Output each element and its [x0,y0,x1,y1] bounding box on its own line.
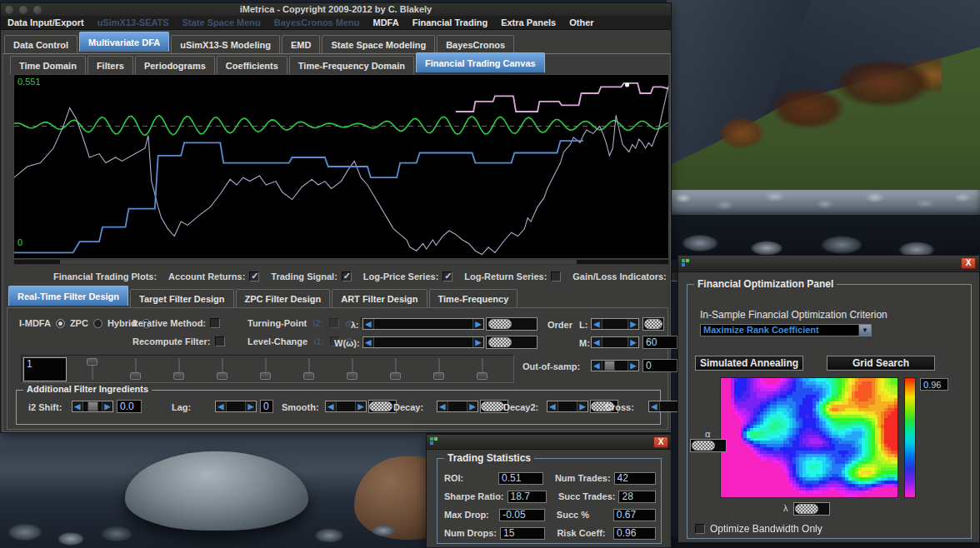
order-l-scrollbar[interactable]: ◀▶ [591,318,639,330]
bank-slider-10[interactable] [477,358,488,380]
bank-slider-3[interactable] [173,358,185,380]
plot-checkbox[interactable] [249,272,259,281]
recompute-filter-checkbox[interactable] [215,336,225,346]
bank-slider-2[interactable] [130,358,142,380]
ingredient-knob-slot[interactable] [368,400,397,413]
w-omega-scrollbar[interactable]: ◀▶ [362,336,484,348]
order-l-knob-slot[interactable] [642,317,664,331]
bank-slider-knob[interactable] [347,372,358,380]
subtab-time-frequency-domain[interactable]: Time-Frequency Domain [289,56,414,74]
ingredient-scrollbar[interactable]: ◀▶ [547,401,588,412]
subtab-coefficients[interactable]: Coefficients [217,56,288,74]
bank-slider-knob[interactable] [173,372,184,380]
subtab-financial-trading-canvas[interactable]: Financial Trading Canvas [416,52,545,72]
stat-value: 0.67 [613,509,656,521]
tab-state-space-modeling[interactable]: State Space Modeling [322,35,435,53]
menu-data-input-export[interactable]: Data Input/Export [1,17,91,27]
mode-radio-zpc[interactable] [93,319,102,328]
stat-label: Sharpe Ratio: [444,491,504,501]
menu-financial-trading[interactable]: Financial Trading [406,17,494,27]
subtab-filters[interactable]: Filters [88,56,133,74]
optimization-heatmap[interactable] [720,377,898,498]
lambda-scrollbar[interactable]: ◀▶ [362,318,484,330]
filter-tab-real-time-filter-design[interactable]: Real-Time Filter Design [8,286,128,306]
bank-slider-knob[interactable] [217,372,228,380]
w-omega-knob[interactable] [488,337,512,347]
window-button-2[interactable] [19,6,28,14]
bank-slider-6[interactable] [303,358,315,380]
lambda-slider-slot[interactable] [793,502,830,516]
lambda-knob[interactable] [488,319,512,329]
ingredient-knob[interactable] [481,401,504,411]
lambda2-knob[interactable] [795,504,818,514]
bank-slider-knob[interactable] [303,372,314,380]
bank-slider-knob[interactable] [260,372,271,380]
bank-slider-9[interactable] [433,358,445,380]
out-of-sample-scrollbar[interactable]: ◀▶ [591,360,639,371]
stats-close-icon[interactable]: X [653,436,668,448]
filter-tab-target-filter-design[interactable]: Target Filter Design [130,289,233,307]
bandwidth-only-label: Optimize Bandwidth Only [710,523,822,535]
tab-multivariate-dfa[interactable]: Multivariate DFA [79,32,169,52]
simulated-annealing-button[interactable]: Simulated Annealing [695,356,803,371]
bank-slider-knob[interactable] [390,372,401,380]
order-m-field[interactable]: 60 [642,336,678,349]
subtab-periodograms[interactable]: Periodograms [135,56,215,74]
colorbar-max-field[interactable]: 0.96 [920,378,948,391]
plot-checkbox[interactable] [342,272,352,281]
ingredient-scrollbar[interactable]: ◀▶ [215,401,257,412]
bank-slider-4[interactable] [217,358,228,380]
bank-slider-8[interactable] [390,358,402,380]
filter-tab-time-frequency[interactable]: Time-Frequency [429,289,518,307]
ingredient-scrollbar[interactable]: ◀▶ [72,401,113,412]
subtab-time-domain[interactable]: Time Domain [10,56,86,74]
bank-slider-knob[interactable] [433,372,444,380]
window-button-1[interactable] [5,6,13,14]
tab-data-control[interactable]: Data Control [4,35,78,53]
chevron-down-icon[interactable]: ▼ [858,325,871,336]
filter-tab-art-filter-design[interactable]: ART Filter Design [332,289,427,307]
bank-slider-5[interactable] [260,358,272,380]
chart-scrollbar-thumb[interactable] [60,260,577,264]
plot-checkbox[interactable] [551,272,561,281]
autumn-trees-graphic [717,58,942,167]
tab-emd[interactable]: EMD [282,35,320,53]
tab-usimx13-s-modeling[interactable]: uSimX13-S Modeling [171,35,280,53]
bandwidth-only-checkbox[interactable] [695,524,705,534]
ingredient-scrollbar[interactable]: ◀▶ [325,401,367,412]
criterion-dropdown[interactable]: Maximize Rank Coefficient ▼ [700,324,872,336]
bank-slider-knob[interactable] [87,358,98,366]
order-l-knob[interactable] [644,319,662,329]
order-m-scrollbar[interactable]: ◀▶ [591,336,639,348]
menu-extra-panels[interactable]: Extra Panels [494,17,562,27]
out-of-sample-field[interactable]: 0 [642,359,678,372]
bank-slider-knob[interactable] [130,372,141,380]
alpha-knob[interactable] [692,441,715,451]
tab-bayescronos[interactable]: BayesCronos [437,35,514,53]
ingredient-scrollbar[interactable]: ◀▶ [437,401,478,412]
bank-slider-1[interactable] [87,358,98,380]
bank-slider-7[interactable] [347,358,358,380]
plot-checkbox[interactable] [442,272,452,281]
menu-other[interactable]: Other [562,17,600,27]
window-button-3[interactable] [33,6,42,14]
stats-titlebar[interactable]: X [427,435,671,450]
lambda-knob-slot[interactable] [486,317,538,331]
menu-mdfa[interactable]: MDFA [367,17,406,27]
menu-bayescronos-menu: BayesCronos Menu [268,17,367,27]
ingredient-field[interactable]: 0 [260,400,273,413]
filter-tab-zpc-filter-design[interactable]: ZPC Filter Design [236,289,331,307]
opt-titlebar[interactable]: X [678,256,979,272]
ingredient-knob[interactable] [369,401,392,411]
w-omega-knob-slot[interactable] [486,336,538,349]
ingredient-field[interactable]: 0.0 [117,400,142,413]
opt-close-icon[interactable]: X [961,257,976,269]
mode-radio-i-mdfa[interactable] [56,319,65,328]
bank-index-field[interactable]: 1 [23,357,67,381]
financial-trading-canvas[interactable]: 0.5510 [13,74,669,259]
bank-slider-knob[interactable] [477,372,488,380]
alpha-slider-slot[interactable] [690,439,727,452]
chart-scrollbar[interactable] [13,259,669,265]
grid-search-button[interactable]: Grid Search [827,356,935,371]
iterative-method-checkbox[interactable] [210,318,220,328]
